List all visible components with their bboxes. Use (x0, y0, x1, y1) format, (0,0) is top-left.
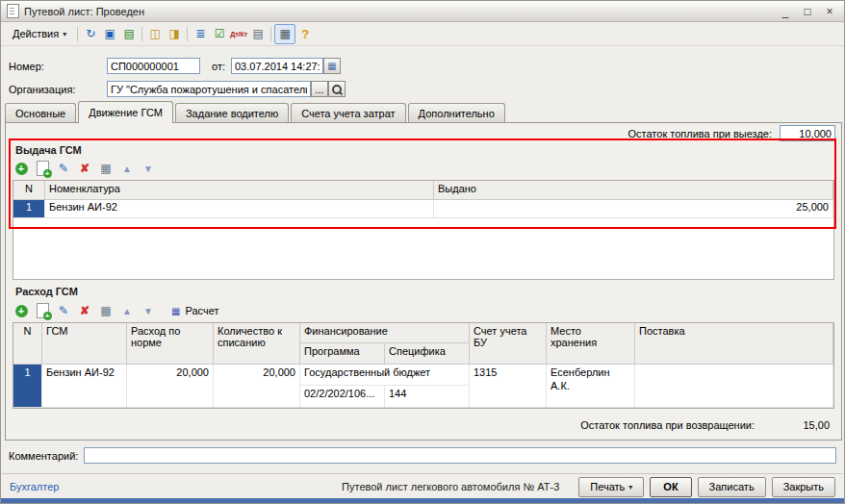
consumption-table-header: N ГСМ Расход по норме Количество к списа… (13, 323, 833, 365)
ok-button[interactable]: ОК (650, 477, 691, 497)
column-header-gsm: ГСМ (42, 323, 127, 364)
help-icon[interactable]: ? (295, 25, 315, 43)
print-button[interactable]: Печать ▾ (578, 477, 644, 497)
tab-dopolnitelno[interactable]: Дополнительно (408, 103, 505, 122)
dtkt-icon[interactable]: Дт/Кт (229, 25, 248, 43)
magnifier-icon (331, 84, 343, 95)
column-header-specifics: Специфика (385, 343, 470, 364)
actions-menu-button[interactable]: Действия ▾ (5, 24, 74, 43)
column-header-account: Счет учета БУ (470, 323, 547, 364)
waybill-window: Путевой лист: Проведен _ □ × Действия ▾ … (0, 0, 845, 504)
tab-scheta-zatrat[interactable]: Счета учета затрат (291, 103, 405, 122)
comment-row: Комментарий: (9, 447, 836, 464)
move-up-button[interactable]: ▲ (118, 160, 136, 177)
specifics-cell: 144 (385, 386, 470, 407)
date-input[interactable] (231, 58, 323, 74)
journal-icon[interactable]: ▤ (248, 25, 268, 43)
row-number-cell: 1 (13, 200, 45, 217)
end-edit-button[interactable]: ▦ (97, 302, 115, 319)
refresh-icon[interactable]: ↻ (81, 25, 100, 43)
supply-cell (635, 365, 833, 407)
comment-label: Комментарий: (9, 450, 78, 462)
consumption-toolbar: + + ✎ ✘ ▦ ▲ ▼ ▦ Расчет (13, 301, 225, 320)
column-header-n: N (13, 181, 45, 199)
organization-label: Организация: (9, 84, 107, 95)
table-row[interactable]: 1 Бензин АИ-92 25,000 (13, 200, 833, 218)
toolbar-separator (141, 27, 142, 41)
minimize-button[interactable]: _ (777, 4, 794, 19)
based-on-icon[interactable]: ◨ (165, 25, 184, 43)
storage-cell: Есенберлин А.К. (547, 365, 635, 407)
add-row-button[interactable]: + (13, 302, 30, 319)
column-header-program: Программа (300, 343, 385, 364)
tab-zadanie[interactable]: Задание водителю (175, 103, 289, 122)
plus-icon: + (15, 163, 28, 175)
edit-row-button[interactable]: ✎ (55, 160, 72, 177)
calc-label: Расчет (185, 305, 218, 316)
issue-section-title: Выдача ГСМ (15, 144, 82, 156)
tab-dvizhenie-gsm[interactable]: Движение ГСМ (78, 101, 173, 123)
maximize-button[interactable]: □ (799, 4, 816, 19)
gsm-cell: Бензин АИ-92 (42, 365, 127, 407)
number-label: Номер: (9, 61, 107, 72)
titlebar[interactable]: Путевой лист: Проведен _ □ × (1, 1, 844, 22)
program-cell: 02/2/202/106... (300, 386, 385, 407)
table-row[interactable]: 1 Бензин АИ-92 20,000 20,000 Государстве… (13, 365, 833, 408)
org-ellipsis-button[interactable]: ... (311, 81, 328, 97)
financing-cell: Государственный бюджет 02/2/202/106... 1… (300, 365, 470, 407)
calendar-button[interactable]: ▦ (323, 58, 341, 74)
save-icon[interactable]: ▣ (100, 25, 119, 43)
organization-input[interactable] (107, 81, 311, 97)
user-role-link[interactable]: Бухгалтер (10, 481, 59, 492)
consumption-table: N ГСМ Расход по норме Количество к списа… (13, 322, 834, 409)
column-header-norm: Расход по норме (127, 323, 214, 364)
report-toggle-icon[interactable]: ▦ (274, 24, 295, 44)
add-copy-row-button[interactable]: + (34, 302, 51, 319)
tab-bar: Основные Движение ГСМ Задание водителю С… (5, 101, 507, 122)
checklist-icon[interactable]: ☑ (210, 25, 229, 43)
toolbar-separator (187, 27, 188, 41)
norm-cell: 20,000 (127, 365, 214, 407)
move-down-button[interactable]: ▼ (140, 160, 157, 177)
calendar-icon: ▦ (327, 61, 336, 71)
subordination-icon[interactable]: ≣ (191, 25, 210, 43)
column-header-supply: Поставка (635, 323, 833, 364)
issue-table: N Номенклатура Выдано 1 Бензин АИ-92 25,… (13, 180, 834, 280)
delete-row-button[interactable]: ✘ (76, 302, 93, 319)
issue-table-header: N Номенклатура Выдано (13, 181, 833, 200)
add-copy-row-button[interactable]: + (34, 160, 51, 177)
add-row-button[interactable]: + (13, 160, 30, 177)
copy-icon[interactable]: ◫ (145, 25, 165, 43)
calc-button[interactable]: ▦ Расчет (165, 302, 225, 319)
close-button[interactable]: × (821, 4, 838, 19)
column-header-storage: Место хранения (547, 323, 635, 364)
post-icon[interactable]: ▤ (119, 25, 139, 43)
fuel-out-row: Остаток топлива при выезде: (628, 125, 836, 141)
budget-cell: Государственный бюджет (300, 365, 470, 386)
issue-toolbar: + + ✎ ✘ ▦ ▲ ▼ (13, 159, 157, 178)
end-edit-button[interactable]: ▦ (97, 160, 115, 177)
number-row: Номер: от: ▦ (9, 57, 836, 75)
account-cell: 1315 (470, 365, 547, 407)
close-button[interactable]: Закрыть (772, 477, 835, 497)
footer: Бухгалтер Путевой лист легкового автомоб… (2, 473, 843, 499)
document-caption: Путевой лист легкового автомобиля № АТ-3 (342, 481, 559, 492)
caret-down-icon: ▾ (63, 30, 66, 38)
org-lookup-button[interactable] (328, 81, 346, 97)
comment-input[interactable] (84, 447, 836, 464)
plus-icon: + (15, 305, 28, 317)
fuel-out-label: Остаток топлива при выезде: (628, 128, 773, 139)
delete-row-button[interactable]: ✘ (76, 160, 93, 177)
writeoff-cell: 20,000 (214, 365, 300, 407)
column-header-writeoff: Количество к списанию (214, 323, 300, 364)
edit-row-button[interactable]: ✎ (55, 302, 72, 319)
number-input[interactable] (107, 58, 200, 74)
column-header-n: N (13, 323, 42, 364)
fuel-out-input[interactable] (780, 125, 835, 141)
tab-osnovnye[interactable]: Основные (5, 103, 76, 122)
actions-label: Действия (13, 28, 59, 39)
move-up-button[interactable]: ▲ (118, 302, 136, 319)
save-button[interactable]: Записать (698, 477, 766, 497)
move-down-button[interactable]: ▼ (140, 302, 157, 319)
toolbar-separator (77, 27, 78, 41)
